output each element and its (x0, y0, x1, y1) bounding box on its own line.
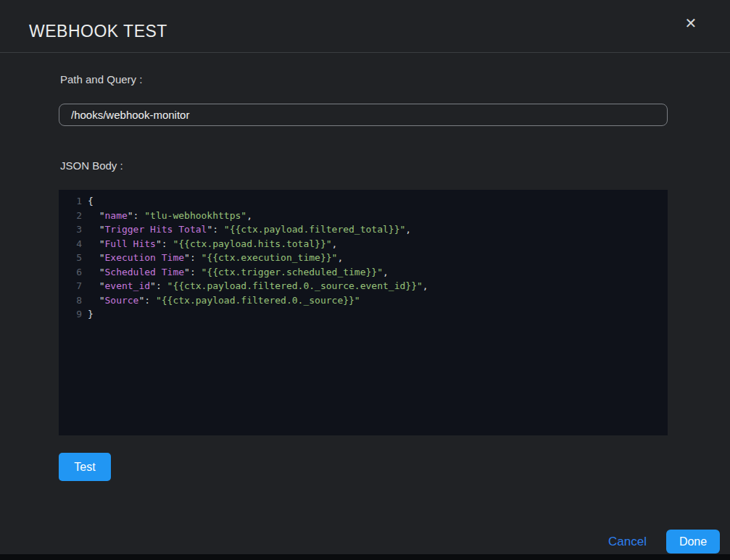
code-line: 6 "Scheduled Time": "{{ctx.trigger.sched… (59, 265, 668, 280)
dialog-title: WEBHOOK TEST (29, 22, 167, 41)
line-number: 4 (59, 237, 82, 251)
json-body-label: JSON Body : (60, 159, 123, 172)
code-line: 4 "Full Hits": "{{ctx.payload.hits.total… (59, 237, 668, 251)
line-number: 8 (59, 293, 82, 308)
path-and-query-label: Path and Query : (60, 73, 142, 85)
line-number: 6 (59, 265, 82, 280)
test-button[interactable]: Test (59, 453, 111, 481)
line-number: 1 (59, 194, 82, 209)
line-number: 9 (59, 307, 82, 322)
code-text: "Source": "{{ctx.payload.filtered.0._sou… (82, 293, 360, 308)
page-background-strip (0, 554, 730, 560)
code-text: "event_id": "{{ctx.payload.filtered.0._s… (82, 279, 428, 293)
path-and-query-input[interactable] (59, 104, 668, 126)
code-text: "Trigger Hits Total": "{{ctx.payload.fil… (82, 222, 411, 237)
code-text: "name": "tlu-webhookhttps", (82, 209, 252, 223)
line-number: 7 (59, 279, 82, 293)
code-text: "Full Hits": "{{ctx.payload.hits.total}}… (82, 237, 337, 251)
json-body-editor[interactable]: 1{2 "name": "tlu-webhookhttps",3 "Trigge… (59, 190, 668, 435)
code-line: 3 "Trigger Hits Total": "{{ctx.payload.f… (59, 222, 668, 237)
code-line: 9} (59, 307, 668, 322)
webhook-test-dialog: WEBHOOK TEST ✕ Path and Query : JSON Bod… (0, 0, 730, 560)
json-editor-lines: 1{2 "name": "tlu-webhookhttps",3 "Trigge… (59, 194, 668, 322)
line-number: 3 (59, 222, 82, 237)
code-line: 2 "name": "tlu-webhookhttps", (59, 209, 668, 223)
code-text: } (82, 307, 94, 322)
code-text: "Execution Time": "{{ctx.execution_time}… (82, 251, 343, 265)
dialog-header: WEBHOOK TEST ✕ (0, 0, 730, 53)
code-text: "Scheduled Time": "{{ctx.trigger.schedul… (82, 265, 389, 280)
code-text: { (82, 194, 94, 209)
line-number: 5 (59, 251, 82, 265)
cancel-button[interactable]: Cancel (608, 535, 647, 549)
code-line: 8 "Source": "{{ctx.payload.filtered.0._s… (59, 293, 668, 308)
close-icon[interactable]: ✕ (681, 13, 701, 33)
line-number: 2 (59, 209, 82, 223)
code-line: 5 "Execution Time": "{{ctx.execution_tim… (59, 251, 668, 265)
code-line: 1{ (59, 194, 668, 209)
done-button[interactable]: Done (666, 530, 720, 553)
code-line: 7 "event_id": "{{ctx.payload.filtered.0.… (59, 279, 668, 293)
